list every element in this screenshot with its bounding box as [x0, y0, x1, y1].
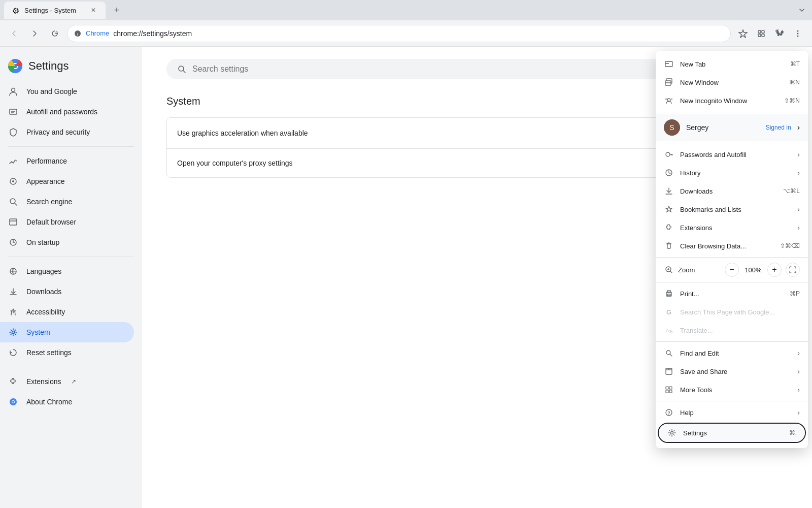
active-tab[interactable]: ⚙ Settings - System ✕ — [4, 2, 106, 19]
menu-item-more-tools[interactable]: More Tools › — [656, 380, 808, 399]
sidebar-item-appearance[interactable]: Appearance — [0, 171, 134, 192]
menu-item-history[interactable]: History › — [656, 164, 808, 182]
chrome-menu-button[interactable] — [790, 25, 806, 42]
sidebar-item-languages[interactable]: Languages — [0, 261, 134, 281]
menu-item-new-incognito[interactable]: New Incognito Window ⇧⌘N — [656, 91, 808, 110]
sidebar-item-downloads[interactable]: Downloads — [0, 281, 134, 302]
address-bar[interactable]: i Chrome chrome://settings/system — [67, 25, 731, 42]
menu-item-find-edit[interactable]: Find and Edit › — [656, 344, 808, 362]
translate-label: Translate... — [680, 327, 800, 334]
menu-item-bookmarks[interactable]: Bookmarks and Lists › — [656, 200, 808, 218]
more-tools-icon — [664, 385, 674, 395]
sidebar-item-system[interactable]: System — [0, 322, 134, 342]
sidebar-item-about-chrome[interactable]: About Chrome — [0, 392, 134, 412]
reload-button[interactable] — [47, 25, 63, 42]
menu-divider-4 — [656, 282, 808, 282]
svg-rect-14 — [10, 109, 17, 114]
extensions-sidebar-icon — [8, 376, 18, 387]
menu-divider-2 — [656, 143, 808, 143]
tab-favicon: ⚙ — [12, 6, 20, 14]
extensions-menu-chevron-icon: › — [797, 224, 800, 232]
sidebar-item-you-and-google[interactable]: You and Google — [0, 81, 134, 102]
chrome-logo-icon — [8, 59, 22, 73]
svg-rect-77 — [669, 390, 672, 393]
sidebar-item-on-startup[interactable]: On startup — [0, 232, 134, 252]
menu-item-extensions-menu[interactable]: Extensions › — [656, 218, 808, 237]
search-page-label: Search This Page with Google... — [680, 308, 800, 316]
menu-item-search-page: G Search This Page with Google... — [656, 303, 808, 321]
menu-item-passwords[interactable]: Passwords and Autofill › — [656, 145, 808, 164]
sidebar-item-accessibility[interactable]: Accessibility — [0, 302, 134, 322]
zoom-in-button[interactable]: + — [767, 263, 782, 277]
new-incognito-shortcut: ⇧⌘N — [784, 97, 800, 104]
svg-point-9 — [797, 35, 799, 37]
browser-frame: ⚙ Settings - System ✕ + i Chrome chrome:… — [0, 0, 812, 508]
new-incognito-label: New Incognito Window — [680, 97, 778, 105]
menu-divider-1 — [656, 112, 808, 112]
menu-item-new-tab[interactable]: New Tab ⌘T — [656, 55, 808, 73]
menu-item-clear-browsing[interactable]: Clear Browsing Data... ⇧⌘⌫ — [656, 237, 808, 255]
svg-rect-3 — [758, 30, 761, 33]
reset-icon — [8, 347, 18, 358]
svg-line-70 — [670, 354, 672, 356]
sidebar-item-search-engine[interactable]: Search engine — [0, 192, 134, 212]
new-tab-label: New Tab — [680, 60, 784, 68]
menu-divider-5 — [656, 341, 808, 342]
svg-point-29 — [13, 309, 14, 310]
menu-item-print[interactable]: Print... ⌘P — [656, 284, 808, 303]
sidebar-label-performance: Performance — [26, 157, 67, 165]
save-share-icon — [664, 366, 674, 376]
svg-rect-65 — [667, 291, 670, 293]
zoom-fullscreen-button[interactable] — [786, 263, 800, 277]
menu-item-settings[interactable]: Settings ⌘, — [659, 424, 805, 442]
new-tab-button[interactable]: + — [110, 3, 124, 17]
zoom-out-button[interactable]: − — [725, 263, 739, 277]
sidebar-item-privacy[interactable]: Privacy and security — [0, 122, 134, 142]
browser-content: Settings You and Google Autofill and pas… — [0, 47, 812, 508]
passwords-chevron-icon: › — [797, 150, 800, 158]
tab-close-button[interactable]: ✕ — [89, 6, 97, 14]
menu-item-downloads[interactable]: Downloads ⌥⌘L — [656, 182, 808, 200]
sidebar-item-extensions[interactable]: Extensions ↗ — [0, 371, 134, 392]
menu-item-help[interactable]: ? Help › — [656, 403, 808, 422]
system-icon — [8, 327, 18, 337]
extensions-menu-label: Extensions — [680, 224, 791, 232]
svg-point-80 — [671, 432, 673, 434]
sidebar-divider-1 — [8, 146, 134, 147]
forward-button[interactable] — [26, 25, 43, 42]
downloads-menu-icon — [664, 186, 674, 196]
svg-line-20 — [15, 203, 17, 205]
zoom-label: Zoom — [678, 266, 721, 274]
bookmark-button[interactable] — [735, 25, 751, 42]
chrome-menu-chevron[interactable] — [796, 4, 808, 16]
extensions-button[interactable] — [753, 25, 769, 42]
svg-text:i: i — [77, 32, 78, 37]
profile-avatar: S — [664, 119, 680, 136]
zoom-value: 100% — [743, 266, 763, 274]
sidebar-item-default-browser[interactable]: Default browser — [0, 212, 134, 232]
languages-icon — [8, 266, 18, 276]
sidebar-item-reset[interactable]: Reset settings — [0, 342, 134, 363]
autofill-icon — [8, 107, 18, 117]
profile-button[interactable]: 🐿 — [771, 25, 788, 42]
incognito-icon — [664, 96, 674, 106]
sidebar-label-reset: Reset settings — [26, 348, 72, 357]
svg-line-61 — [670, 271, 672, 273]
svg-rect-66 — [667, 294, 670, 296]
sidebar-item-autofill[interactable]: Autofill and passwords — [0, 102, 134, 122]
svg-line-57 — [667, 243, 668, 244]
menu-item-save-share[interactable]: Save and Share › — [656, 362, 808, 380]
settings-menu-label: Settings — [683, 429, 783, 437]
settings-header: Settings — [0, 55, 142, 81]
menu-item-new-window[interactable]: New Window ⌘N — [656, 73, 808, 91]
back-button[interactable] — [6, 25, 22, 42]
key-icon — [664, 149, 674, 160]
google-search-icon: G — [664, 307, 674, 317]
svg-rect-5 — [758, 34, 761, 37]
clear-browsing-shortcut: ⇧⌘⌫ — [780, 242, 800, 249]
menu-profile[interactable]: S Sergey Signed in › — [656, 114, 808, 141]
search-engine-icon — [8, 197, 18, 207]
menu-divider-3 — [656, 257, 808, 258]
default-browser-icon — [8, 217, 18, 227]
sidebar-item-performance[interactable]: Performance — [0, 151, 134, 171]
